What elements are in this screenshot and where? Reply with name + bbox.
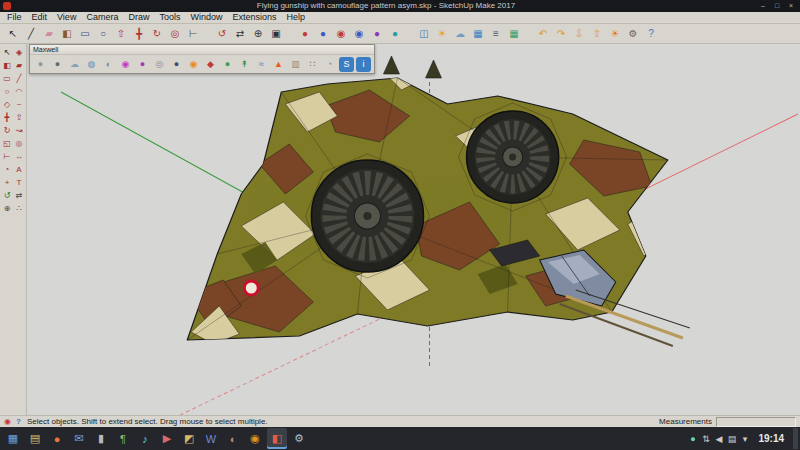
- eraser-icon[interactable]: ▰: [41, 26, 57, 42]
- move-icon[interactable]: ╋: [1, 111, 13, 123]
- text-editor-icon[interactable]: ¶: [113, 428, 133, 449]
- geolocation-icon[interactable]: ◉: [2, 416, 13, 427]
- redo-icon[interactable]: ↷: [553, 26, 569, 42]
- file-manager-icon[interactable]: ▤: [25, 428, 45, 449]
- maxwell-sphere-icon[interactable]: ●: [33, 57, 48, 72]
- purple-sphere-plugin-icon[interactable]: ●: [369, 26, 385, 42]
- blue-ring-plugin-icon[interactable]: ◉: [351, 26, 367, 42]
- menu-item-tools[interactable]: Tools: [154, 12, 185, 23]
- sun-icon[interactable]: ☀: [607, 26, 623, 42]
- maxwell-cloud-icon[interactable]: ☁: [67, 57, 82, 72]
- push-pull-icon[interactable]: ⇧: [113, 26, 129, 42]
- maxwell-fire-icon[interactable]: ▲: [271, 57, 286, 72]
- clipboard-tray-icon[interactable]: ▤: [725, 430, 738, 448]
- maxwell-globe-icon[interactable]: ◍: [84, 57, 99, 72]
- layers-icon[interactable]: ≡: [488, 26, 504, 42]
- menu-item-file[interactable]: File: [2, 12, 27, 23]
- blender-icon[interactable]: ◉: [245, 428, 265, 449]
- maxwell-green-sphere-icon[interactable]: ●: [220, 57, 235, 72]
- make-component-icon[interactable]: ◈: [13, 46, 25, 58]
- maxwell-sea-icon[interactable]: ≈: [254, 57, 269, 72]
- offset-icon[interactable]: ◎: [13, 137, 25, 149]
- protractor-icon[interactable]: ◔: [1, 163, 13, 175]
- offset-tool-icon[interactable]: ◎: [167, 26, 183, 42]
- line-tool-icon[interactable]: ╱: [23, 26, 39, 42]
- orbit-icon[interactable]: ↺: [214, 26, 230, 42]
- styles-icon[interactable]: ▦: [470, 26, 486, 42]
- import-icon[interactable]: ⇧: [589, 26, 605, 42]
- maxwell-night-sphere-icon[interactable]: ●: [169, 57, 184, 72]
- office-writer-icon[interactable]: W: [201, 428, 221, 449]
- zoom-tool-icon[interactable]: ⊕: [1, 202, 13, 214]
- arc-icon[interactable]: ◠: [13, 85, 25, 97]
- gimp-icon[interactable]: ◐: [223, 428, 243, 449]
- maxwell-magenta-ring-icon[interactable]: ◉: [118, 57, 133, 72]
- sketchup-taskbar-icon[interactable]: ◧: [267, 428, 287, 449]
- menu-item-extensions[interactable]: Extensions: [227, 12, 281, 23]
- rectangle-tool-icon[interactable]: ▭: [77, 26, 93, 42]
- text-tool-icon[interactable]: A: [13, 163, 25, 175]
- maxwell-red-gem-icon[interactable]: ◆: [203, 57, 218, 72]
- chat-tray-icon[interactable]: ●: [686, 430, 699, 448]
- tape-measure-icon[interactable]: ⊢: [185, 26, 201, 42]
- maxwell-suite-icon[interactable]: S: [339, 57, 354, 72]
- orbit-tool-icon[interactable]: ↺: [1, 189, 13, 201]
- freehand-icon[interactable]: ~: [13, 98, 25, 110]
- menu-item-help[interactable]: Help: [281, 12, 310, 23]
- 3d-text-icon[interactable]: T: [13, 176, 25, 188]
- blue-sphere-plugin-icon[interactable]: ●: [315, 26, 331, 42]
- pan-icon[interactable]: ⇄: [232, 26, 248, 42]
- axes-tool-icon[interactable]: +: [1, 176, 13, 188]
- settings-icon[interactable]: ⚙: [289, 428, 309, 449]
- help-circle-icon[interactable]: ?: [643, 26, 659, 42]
- modeling-viewport[interactable]: Maxwell ●●☁◍◐◉●◎●◉◆●↟≈▲▥∷◔Si: [27, 44, 800, 415]
- menu-item-view[interactable]: View: [52, 12, 81, 23]
- app-menu-icon[interactable]: ▦: [3, 428, 23, 449]
- teal-sphere-plugin-icon[interactable]: ●: [387, 26, 403, 42]
- rotate-tool-icon[interactable]: ↻: [149, 26, 165, 42]
- sandbox-icon[interactable]: ▦: [506, 26, 522, 42]
- push-pull-tool-icon[interactable]: ⇧: [13, 111, 25, 123]
- circle-icon[interactable]: ○: [1, 85, 13, 97]
- menu-item-window[interactable]: Window: [185, 12, 227, 23]
- volume-tray-icon[interactable]: ◀: [712, 430, 725, 448]
- rectangle-icon[interactable]: ▭: [1, 72, 13, 84]
- maxwell-material-ball-icon[interactable]: ◐: [101, 57, 116, 72]
- maximize-button[interactable]: □: [771, 1, 783, 11]
- maxwell-dark-sphere-icon[interactable]: ●: [50, 57, 65, 72]
- zoom-icon[interactable]: ⊕: [250, 26, 266, 42]
- viewport-3d-scene[interactable]: [27, 44, 800, 415]
- pan-tool-icon[interactable]: ⇄: [13, 189, 25, 201]
- line-icon[interactable]: ╱: [13, 72, 25, 84]
- maxwell-toolbar-title[interactable]: Maxwell: [30, 45, 374, 55]
- eraser-tool-icon[interactable]: ▰: [13, 59, 25, 71]
- maxwell-target-icon[interactable]: ◎: [152, 57, 167, 72]
- image-viewer-icon[interactable]: ◩: [179, 428, 199, 449]
- dimension-icon[interactable]: ↔: [13, 150, 25, 162]
- menu-item-camera[interactable]: Camera: [81, 12, 123, 23]
- paint-bucket-icon[interactable]: ◧: [59, 26, 75, 42]
- export-icon[interactable]: ⇩: [571, 26, 587, 42]
- menu-item-draw[interactable]: Draw: [123, 12, 154, 23]
- section-plane-icon[interactable]: ◫: [416, 26, 432, 42]
- menu-item-edit[interactable]: Edit: [27, 12, 53, 23]
- scale-icon[interactable]: ◱: [1, 137, 13, 149]
- credits-icon[interactable]: ?: [13, 416, 24, 427]
- move-tool-icon[interactable]: ╋: [131, 26, 147, 42]
- terminal-icon[interactable]: ▮: [91, 428, 111, 449]
- polygon-icon[interactable]: ◇: [1, 98, 13, 110]
- tape-measure-tool-icon[interactable]: ⊢: [1, 150, 13, 162]
- undo-icon[interactable]: ↶: [535, 26, 551, 42]
- paint-bucket-tool-icon[interactable]: ◧: [1, 59, 13, 71]
- music-player-icon[interactable]: ♪: [135, 428, 155, 449]
- show-desktop-button[interactable]: [793, 428, 798, 449]
- select-tool-icon[interactable]: ↖: [1, 46, 13, 58]
- walk-icon[interactable]: ∴: [13, 202, 25, 214]
- measurements-input[interactable]: [716, 417, 796, 427]
- video-player-icon[interactable]: ▶: [157, 428, 177, 449]
- gunship-model[interactable]: [187, 54, 690, 346]
- maxwell-purple-sphere-icon[interactable]: ●: [135, 57, 150, 72]
- rotate-icon[interactable]: ↻: [1, 124, 13, 136]
- close-button[interactable]: ×: [785, 1, 797, 11]
- follow-me-icon[interactable]: ↝: [13, 124, 25, 136]
